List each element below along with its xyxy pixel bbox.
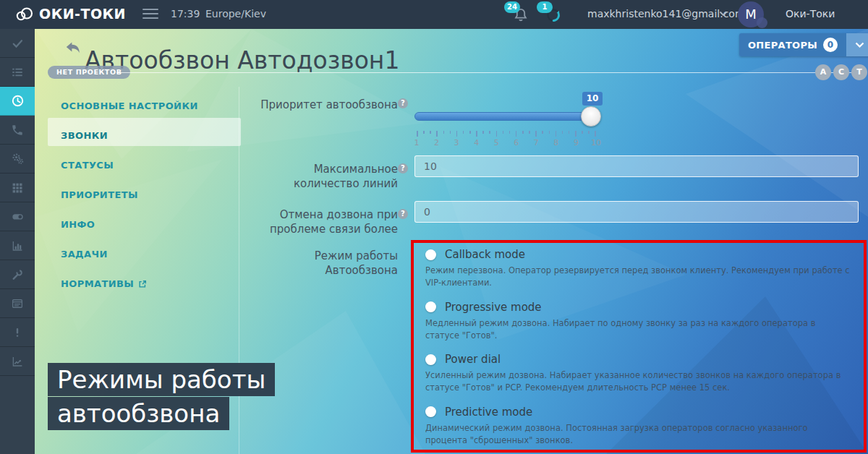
- radio-icon[interactable]: [425, 301, 436, 312]
- radio-icon[interactable]: [425, 249, 436, 260]
- slider-tick: [509, 131, 511, 134]
- slider-tick: [542, 131, 543, 134]
- slider-tick-label: 10: [590, 138, 602, 147]
- slider-tick: [443, 131, 445, 134]
- bar-chart-icon: [11, 239, 24, 252]
- caption-text: автообзвона: [48, 397, 229, 430]
- letter-badge-c[interactable]: C: [833, 64, 849, 80]
- radio-icon[interactable]: [425, 406, 436, 417]
- operators-button-main[interactable]: ОПЕРАТОРЫ 0: [739, 33, 846, 56]
- settings-menu-item-label: ПРИОРИТЕТЫ: [61, 180, 138, 210]
- settings-menu-item[interactable]: ПРИОРИТЕТЫ: [61, 180, 242, 210]
- mode-option-label: Callback mode: [445, 248, 525, 261]
- radio-icon[interactable]: [425, 354, 436, 365]
- clock-icon: [11, 94, 25, 108]
- priority-help-icon[interactable]: ?: [398, 98, 408, 108]
- slider-tick: [417, 131, 418, 137]
- operators-dropdown-toggle[interactable]: [846, 33, 868, 56]
- check-icon: [11, 37, 24, 50]
- notifications-bell-button[interactable]: 24: [511, 6, 530, 25]
- sidebar-item-journal-card[interactable]: [0, 289, 35, 318]
- slider-tick: [476, 131, 477, 137]
- operators-count-badge: 0: [823, 38, 838, 52]
- sidebar-item-switches-toggle[interactable]: [0, 202, 35, 231]
- sidebar-item-apps-grid[interactable]: [0, 174, 35, 202]
- back-button[interactable]: [64, 38, 82, 56]
- cancel-dial-label: Отмена дозвона при проблеме связи более: [260, 207, 398, 236]
- settings-menu-item-label: ЗАДАЧИ: [61, 239, 108, 269]
- slider-tick: [516, 131, 517, 137]
- sidebar-item-calls-phone[interactable]: [0, 116, 35, 145]
- mode-option[interactable]: Callback modeРежим перезвона. Оператор р…: [425, 248, 852, 290]
- sidebar-item-alerts-exclamation[interactable]: [0, 318, 35, 347]
- letter-badges: ACT: [815, 64, 867, 80]
- slider-tick: [562, 131, 563, 134]
- chevron-down-icon[interactable]: [719, 11, 728, 17]
- account-name: Оки-Токи: [786, 8, 835, 20]
- caption-text: Режимы работы: [48, 363, 275, 396]
- grid-icon: [11, 181, 24, 194]
- sidebar-item-analytics-line-chart[interactable]: [0, 347, 35, 376]
- menu-icon[interactable]: [142, 9, 158, 20]
- sidebar-item-tasks-check[interactable]: [0, 29, 35, 58]
- caption-overlay-line2: автообзвона: [48, 397, 229, 430]
- history-count-badge: 1: [537, 1, 553, 13]
- sidebar-item-tools-wrench[interactable]: [0, 260, 35, 289]
- mode-highlight-box: Callback modeРежим перезвона. Оператор р…: [411, 240, 867, 453]
- line-chart-icon: [11, 355, 24, 368]
- priority-slider-track[interactable]: [414, 112, 599, 121]
- mode-option[interactable]: Power dialУсиленный режим дозвона. Набир…: [425, 353, 852, 395]
- settings-menu-item[interactable]: ЗАДАЧИ: [61, 239, 242, 269]
- notifications-count-badge: 24: [504, 1, 520, 13]
- slider-tick-label: 5: [490, 138, 502, 147]
- slider-tick: [575, 131, 576, 137]
- settings-menu-item-label: ИНФО: [61, 210, 95, 239]
- menu-content-divider: [239, 87, 239, 454]
- page-title: Автообзвон Автодозвон1: [85, 46, 399, 74]
- sidebar-item-reports-bar-chart[interactable]: [0, 231, 35, 260]
- mode-option-description: Медленный режим дозвона. Набирает по одн…: [425, 317, 852, 343]
- slider-tick: [423, 131, 425, 134]
- mode-option[interactable]: Progressive modeМедленный режим дозвона.…: [425, 301, 852, 343]
- app-logo[interactable]: ОКИ-ТОКИ: [14, 5, 126, 22]
- timezone-label[interactable]: Europe/Kiev: [205, 8, 266, 20]
- priority-slider-handle[interactable]: [581, 106, 601, 127]
- settings-menu-item[interactable]: ЗВОНКИ: [61, 121, 242, 150]
- operators-button-label: ОПЕРАТОРЫ: [748, 40, 817, 51]
- cancel-dial-help-icon[interactable]: ?: [398, 209, 408, 219]
- slider-tick: [522, 131, 524, 134]
- slider-tick-label: 2: [431, 138, 443, 147]
- list-icon: [11, 66, 24, 79]
- letter-badge-t[interactable]: T: [851, 64, 867, 80]
- card-icon: [11, 297, 24, 310]
- sidebar-item-settings-gears[interactable]: [0, 145, 35, 174]
- mode-option-description: Усиленный режим дозвона. Набирает указан…: [425, 369, 852, 395]
- logo-cloud-icon: [14, 5, 34, 22]
- settings-menu-item[interactable]: СТАТУСЫ: [61, 150, 242, 180]
- max-lines-input[interactable]: [414, 155, 859, 177]
- sidebar-item-autodialer-clock[interactable]: [0, 87, 35, 116]
- mode-option-label: Power dial: [445, 353, 501, 366]
- settings-menu-item-label: ОСНОВНЫЕ НАСТРОЙКИ: [61, 91, 198, 121]
- max-lines-label: Максимальное количество линий: [253, 162, 398, 191]
- slider-tick: [456, 131, 458, 137]
- settings-menu-item[interactable]: ОСНОВНЫЕ НАСТРОЙКИ: [61, 91, 242, 121]
- exclamation-icon: [11, 326, 24, 339]
- slider-tick-label: 7: [530, 138, 542, 147]
- gears-icon: [11, 152, 25, 166]
- app-window: ОКИ-ТОКИ 17:39 Europe/Kiev 24 1 maxkhris…: [0, 0, 868, 454]
- cancel-dial-input[interactable]: [414, 201, 859, 223]
- settings-menu-item[interactable]: ИНФО: [61, 210, 242, 239]
- slider-tick: [535, 131, 537, 137]
- slider-tick: [595, 131, 596, 137]
- clock-time: 17:39: [171, 8, 200, 20]
- nav-sidebar: [0, 29, 35, 454]
- mode-option[interactable]: Predictive modeДинамический режим дозвон…: [425, 406, 852, 447]
- letter-badge-a[interactable]: A: [815, 64, 831, 80]
- operators-button[interactable]: ОПЕРАТОРЫ 0: [739, 33, 868, 56]
- settings-menu-item[interactable]: НОРМАТИВЫ: [61, 269, 242, 299]
- history-button[interactable]: 1: [544, 6, 563, 25]
- slider-tick: [582, 131, 583, 134]
- sidebar-item-queues-list[interactable]: [0, 58, 35, 87]
- max-lines-help-icon[interactable]: ?: [398, 163, 408, 174]
